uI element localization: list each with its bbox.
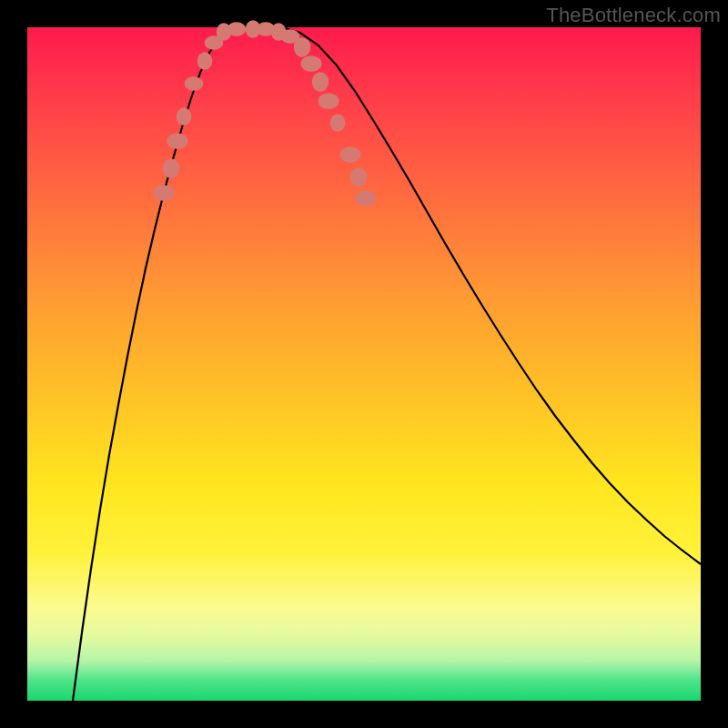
bead-marker (318, 93, 339, 108)
beads-left-group (154, 20, 261, 200)
bead-marker (312, 72, 329, 92)
right-curve (282, 27, 701, 564)
bead-marker (228, 22, 247, 36)
bead-marker (177, 107, 192, 126)
watermark-label: TheBottleneck.com (546, 4, 721, 27)
bead-marker (197, 52, 213, 70)
bead-marker (154, 185, 175, 200)
bead-marker (163, 158, 179, 178)
bead-marker (294, 37, 310, 57)
beads-right-group (257, 22, 377, 207)
bead-marker (167, 133, 188, 148)
bead-marker (301, 56, 322, 71)
chart-frame: TheBottleneck.com (0, 0, 728, 728)
bead-marker (356, 190, 377, 206)
plot-area (27, 27, 701, 701)
bead-marker (330, 114, 346, 132)
bead-marker (350, 167, 367, 187)
bead-marker (185, 76, 204, 91)
left-curve (73, 27, 228, 701)
bead-marker (340, 147, 361, 162)
chart-svg (27, 27, 701, 701)
